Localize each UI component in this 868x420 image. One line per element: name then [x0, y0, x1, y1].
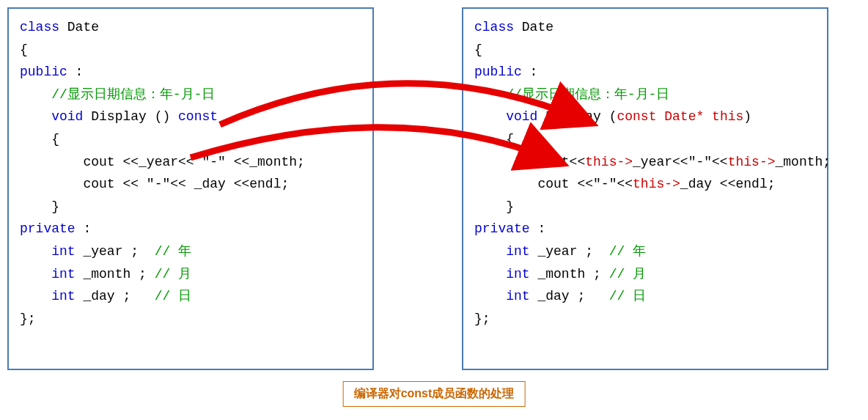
- kw: void: [474, 109, 537, 124]
- kw: int: [474, 244, 530, 259]
- txt: {: [20, 132, 59, 147]
- kw: int: [474, 289, 530, 303]
- txt: Display (: [537, 109, 617, 124]
- kw: class: [474, 20, 514, 34]
- txt: cout<<: [474, 155, 585, 169]
- kw: int: [20, 244, 76, 259]
- comment: //显示日期信息：年-月-日: [20, 87, 215, 102]
- txt: _year<<"-"<<: [633, 155, 728, 169]
- txt: Date: [59, 20, 99, 34]
- this-ptr: this->: [633, 177, 680, 191]
- code-box-left: class Date { public : //显示日期信息：年-月-日 voi…: [7, 7, 374, 370]
- txt: _day <<endl;: [680, 177, 776, 191]
- txt: _month ;: [76, 267, 155, 281]
- kw: int: [20, 289, 76, 303]
- code-box-right: class Date { public : //显示日期信息：年-月-日 voi…: [462, 7, 828, 370]
- this-ptr: this->: [585, 155, 633, 169]
- txt: }: [20, 199, 59, 214]
- kw: int: [474, 267, 530, 281]
- txt: cout <<"-"<<: [474, 177, 633, 191]
- txt: _day ;: [530, 289, 609, 303]
- comment: //显示日期信息：年-月-日: [474, 87, 669, 102]
- kw: class: [20, 20, 59, 34]
- this-param: const Date* this: [617, 109, 743, 124]
- txt: }: [474, 199, 514, 214]
- comment: // 月: [155, 267, 191, 281]
- txt: };: [474, 312, 490, 326]
- caption: 编译器对const成员函数的处理: [343, 381, 526, 407]
- kw: void: [20, 109, 83, 124]
- const-kw: const: [178, 109, 218, 124]
- txt: Display (): [83, 109, 178, 124]
- txt: :: [522, 65, 538, 79]
- txt: _month;: [775, 155, 831, 169]
- txt: _day ;: [76, 289, 155, 303]
- txt: cout <<_year<< "-" <<_month;: [20, 155, 305, 169]
- txt: :: [530, 221, 546, 236]
- diagram-container: class Date { public : //显示日期信息：年-月-日 voi…: [7, 7, 861, 370]
- this-ptr: this->: [728, 155, 776, 169]
- txt: :: [67, 65, 84, 79]
- kw: private: [474, 221, 530, 236]
- txt: ): [743, 109, 751, 124]
- txt: :: [76, 221, 92, 236]
- txt: {: [474, 132, 514, 147]
- txt: _month ;: [530, 267, 609, 281]
- comment: // 年: [155, 244, 191, 259]
- comment: // 月: [609, 267, 646, 281]
- txt: {: [474, 43, 482, 57]
- txt: cout << "-"<< _day <<endl;: [20, 177, 289, 191]
- txt: {: [20, 43, 28, 57]
- txt: _year ;: [76, 244, 155, 259]
- kw: public: [20, 65, 67, 79]
- comment: // 年: [609, 244, 646, 259]
- kw: public: [474, 65, 522, 79]
- kw: private: [20, 221, 76, 236]
- txt: };: [20, 312, 36, 326]
- comment: // 日: [609, 289, 646, 303]
- txt: _year ;: [530, 244, 609, 259]
- kw: int: [20, 267, 76, 281]
- txt: Date: [514, 20, 553, 34]
- comment: // 日: [155, 289, 191, 303]
